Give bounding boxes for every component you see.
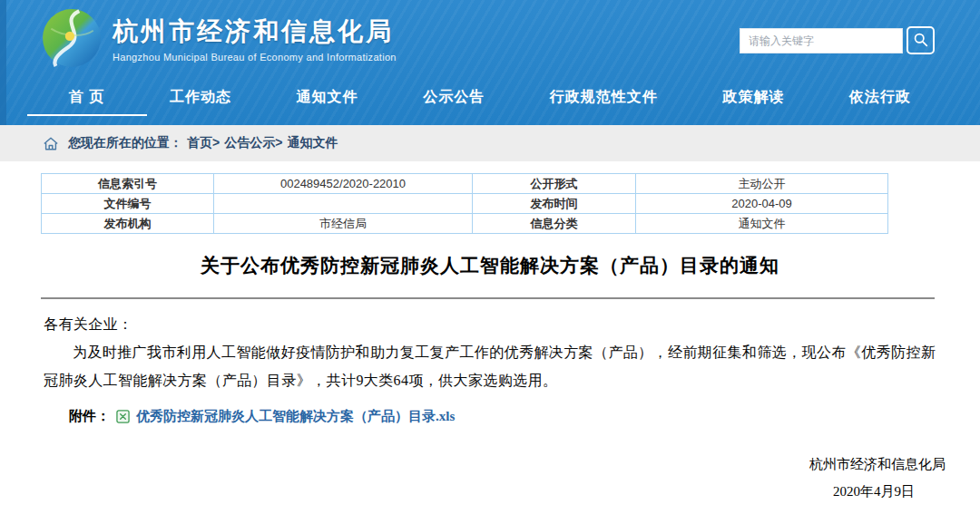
meta-value-document-number (214, 194, 473, 214)
search-input[interactable] (740, 28, 903, 53)
search-area (740, 26, 935, 54)
breadcrumb-notice-documents-link[interactable]: 通知文件 (287, 135, 338, 151)
breadcrumb-home-link[interactable]: 首页> (187, 135, 220, 151)
meta-label-disclosure-form: 公开形式 (473, 174, 636, 194)
breadcrumb-announcements-link[interactable]: 公告公示> (224, 135, 282, 151)
table-row: 文件编号 发布时间 2020-04-09 (42, 194, 888, 214)
meta-label-category: 信息分类 (473, 214, 636, 234)
meta-label-publisher: 发布机构 (42, 214, 214, 234)
document-body: 各有关企业： 为及时推广我市利用人工智能做好疫情防护和助力复工复产工作的优秀解决… (44, 310, 942, 394)
bureau-logo-icon (42, 8, 102, 68)
attachment-link[interactable]: 优秀防控新冠肺炎人工智能解决方案（产品）目录.xls (136, 408, 455, 425)
nav-item-law-based-administration[interactable]: 依法行政 (844, 84, 916, 120)
attachment-row: 附件： 优秀防控新冠肺炎人工智能解决方案（产品）目录.xls (69, 408, 980, 425)
title-divider (41, 297, 935, 299)
content: 信息索引号 002489452/2020-22010 公开形式 主动公开 文件编… (0, 173, 980, 425)
search-icon (913, 32, 928, 50)
signature-date: 2020年4月9日 (809, 478, 980, 505)
breadcrumb: 您现在所在的位置： 首页> 公告公示> 通知文件 (0, 125, 980, 161)
document-meta-table: 信息索引号 002489452/2020-22010 公开形式 主动公开 文件编… (41, 173, 888, 234)
table-row: 发布机构 市经信局 信息分类 通知文件 (42, 214, 888, 234)
meta-label-document-number: 文件编号 (42, 194, 214, 214)
meta-value-publish-date: 2020-04-09 (636, 194, 888, 214)
nav-item-work-news[interactable]: 工作动态 (164, 84, 237, 120)
attachment-label: 附件： (69, 408, 110, 425)
home-icon[interactable] (43, 136, 59, 151)
meta-label-index-number: 信息索引号 (42, 174, 214, 194)
nav-item-notice-documents[interactable]: 通知文件 (291, 84, 364, 120)
document-title: 关于公布优秀防控新冠肺炎人工智能解决方案（产品）目录的通知 (41, 253, 939, 278)
search-button[interactable] (906, 26, 935, 54)
body-paragraph: 为及时推广我市利用人工智能做好疫情防护和助力复工复产工作的优秀解决方案（产品），… (44, 338, 942, 394)
brand-text: 杭州市经济和信息化局 Hangzhou Municipal Bureau of … (113, 15, 397, 63)
breadcrumb-label: 您现在所在的位置： (68, 135, 182, 151)
signature-org: 杭州市经济和信息化局 (809, 451, 980, 478)
site-title: 杭州市经济和信息化局 (113, 15, 397, 49)
meta-label-publish-date: 发布时间 (473, 194, 636, 214)
site-header: 杭州市经济和信息化局 Hangzhou Municipal Bureau of … (0, 0, 980, 125)
meta-value-index-number: 002489452/2020-22010 (214, 174, 473, 194)
table-row: 信息索引号 002489452/2020-22010 公开形式 主动公开 (42, 174, 888, 194)
nav-item-public-announcements[interactable]: 公示公告 (417, 84, 490, 120)
signature-block: 杭州市经济和信息化局 2020年4月9日 (809, 451, 980, 505)
nav-item-policy-interpretation[interactable]: 政策解读 (717, 84, 789, 120)
excel-file-icon (116, 410, 130, 423)
main-nav: 首 页 工作动态 通知文件 公示公告 行政规范性文件 政策解读 依法行政 (0, 78, 980, 125)
meta-value-category: 通知文件 (636, 214, 888, 234)
site-subtitle: Hangzhou Municipal Bureau of Economy and… (113, 52, 397, 63)
brand: 杭州市经济和信息化局 Hangzhou Municipal Bureau of … (42, 8, 397, 68)
salutation: 各有关企业： (44, 310, 942, 338)
nav-item-home[interactable]: 首 页 (64, 84, 110, 120)
meta-value-publisher: 市经信局 (214, 214, 473, 234)
meta-value-disclosure-form: 主动公开 (636, 174, 888, 194)
nav-item-administrative-normative-documents[interactable]: 行政规范性文件 (544, 84, 663, 120)
page: 杭州市经济和信息化局 Hangzhou Municipal Bureau of … (0, 0, 980, 514)
